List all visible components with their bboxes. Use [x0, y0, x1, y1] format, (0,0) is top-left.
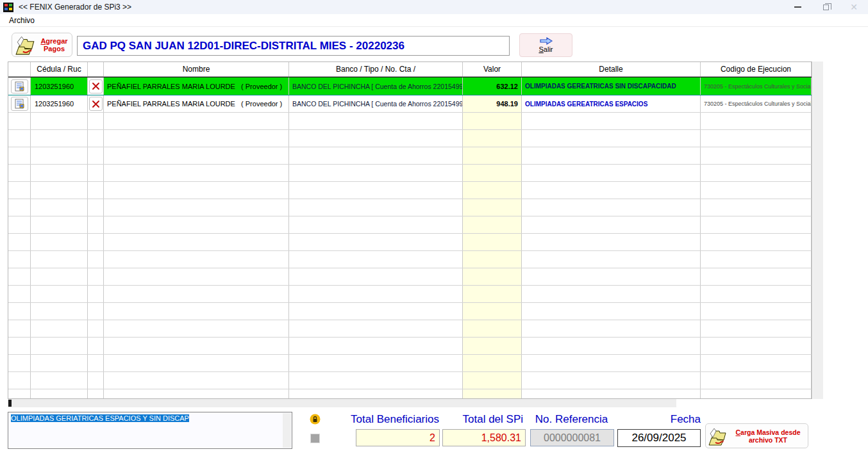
empty-cell	[289, 389, 463, 399]
empty-cell	[463, 165, 522, 181]
empty-table-row	[8, 130, 812, 147]
empty-cell	[522, 113, 701, 129]
header-edit-col	[8, 62, 31, 76]
salir-button[interactable]: Salir	[519, 33, 572, 57]
empty-cell	[88, 320, 104, 337]
empty-cell	[463, 113, 522, 129]
empty-cell	[8, 355, 31, 371]
entity-title-field[interactable]: GAD PQ SAN JUAN 12D01-DIREC-DISTRITAL MI…	[77, 36, 510, 56]
empty-cell	[522, 389, 701, 399]
empty-cell	[522, 130, 701, 147]
empty-cell	[104, 182, 289, 199]
maximize-button[interactable]	[812, 0, 840, 14]
empty-cell	[88, 234, 104, 250]
empty-cell	[8, 130, 31, 147]
close-icon: ✕	[850, 3, 858, 12]
close-button[interactable]: ✕	[840, 0, 868, 14]
empty-cell	[701, 165, 812, 181]
empty-cell	[289, 199, 463, 216]
fecha-input[interactable]: 26/09/2025	[617, 429, 701, 447]
empty-cell	[88, 199, 104, 216]
scrollbar-thumb[interactable]	[8, 400, 12, 407]
agregar-pagos-button[interactable]: Agregar Pagos	[12, 33, 72, 57]
empty-table-row	[8, 268, 812, 286]
empty-cell	[701, 234, 812, 250]
empty-cell	[463, 338, 522, 354]
empty-cell	[701, 389, 812, 399]
edit-row-button[interactable]	[11, 97, 28, 111]
empty-cell	[463, 182, 522, 199]
empty-table-row	[8, 372, 812, 389]
empty-cell	[701, 251, 812, 268]
fecha-label: Fecha	[617, 413, 701, 426]
table-row[interactable]: 1203251960PEÑAFIEL PARRALES MARIA LOURDE…	[8, 95, 812, 113]
empty-cell	[289, 320, 463, 337]
delete-row-button[interactable]	[89, 97, 103, 111]
notes-textarea[interactable]: OLIMPIADAS GERIATRICAS ESPACIOS Y SIN DI…	[8, 412, 292, 449]
window-titlebar: << FENIX Generador de SPi3 >> ✕	[0, 0, 868, 14]
exit-arrow-icon	[539, 37, 553, 45]
empty-cell	[289, 303, 463, 320]
empty-cell	[701, 268, 812, 285]
empty-cell	[463, 355, 522, 371]
vertical-scrollbar[interactable]	[813, 61, 823, 399]
empty-cell	[31, 320, 88, 337]
empty-cell	[88, 389, 104, 399]
empty-cell	[31, 147, 88, 164]
total-spi-label: Total del SPi	[449, 413, 523, 426]
empty-cell	[522, 286, 701, 302]
agregar-pagos-label: Agregar Pagos	[37, 37, 72, 53]
total-beneficiarios-label: Total Beneficiarios	[331, 413, 439, 426]
folder-load-icon	[708, 426, 728, 446]
empty-cell	[463, 130, 522, 147]
empty-cell	[289, 286, 463, 302]
empty-cell	[8, 303, 31, 320]
empty-cell	[522, 320, 701, 337]
empty-cell	[701, 320, 812, 337]
empty-cell	[104, 234, 289, 250]
empty-cell	[104, 320, 289, 337]
cell-codigo: 730205 - Espectáculos Culturales y Socia…	[701, 95, 812, 112]
cell-banco: BANCO DEL PICHINCHA [ Cuenta de Ahorros …	[289, 95, 463, 112]
empty-cell	[88, 130, 104, 147]
empty-cell	[104, 338, 289, 354]
minimize-button[interactable]	[783, 0, 812, 14]
empty-table-row	[8, 320, 812, 338]
horizontal-scrollbar[interactable]	[8, 399, 676, 407]
empty-cell	[522, 216, 701, 233]
entity-title-text: GAD PQ SAN JUAN 12D01-DIREC-DISTRITAL MI…	[83, 40, 405, 53]
empty-cell	[701, 355, 812, 371]
menubar: Archivo	[0, 14, 868, 27]
empty-cell	[88, 338, 104, 354]
lock-icon	[310, 414, 321, 425]
empty-cell	[463, 199, 522, 216]
empty-cell	[88, 286, 104, 302]
table-row[interactable]: 1203251960PEÑAFIEL PARRALES MARIA LOURDE…	[8, 77, 812, 95]
empty-table-row	[8, 234, 812, 251]
empty-cell	[104, 355, 289, 371]
cell-edit	[8, 77, 31, 95]
empty-cell	[8, 389, 31, 399]
empty-cell	[522, 165, 701, 181]
referencia-value: 0000000081	[530, 429, 614, 446]
edit-row-button[interactable]	[11, 79, 28, 94]
empty-cell	[88, 251, 104, 268]
empty-cell	[31, 268, 88, 285]
empty-cell	[289, 355, 463, 371]
salir-label: Salir	[538, 45, 553, 53]
empty-cell	[522, 182, 701, 199]
empty-cell	[8, 216, 31, 233]
menu-archivo[interactable]: Archivo	[6, 15, 37, 26]
folder-add-icon	[15, 34, 37, 56]
referencia-label: No. Referencia	[530, 413, 613, 426]
notes-scrollbar[interactable]	[283, 413, 291, 448]
empty-cell	[8, 147, 31, 164]
empty-cell	[31, 389, 88, 399]
empty-cell	[463, 216, 522, 233]
empty-cell	[701, 147, 812, 164]
empty-cell	[289, 147, 463, 164]
empty-cell	[463, 268, 522, 285]
carga-masiva-button[interactable]: Carga Masiva desde archivo TXT	[705, 423, 808, 448]
empty-cell	[88, 355, 104, 371]
delete-row-button[interactable]	[89, 79, 103, 94]
